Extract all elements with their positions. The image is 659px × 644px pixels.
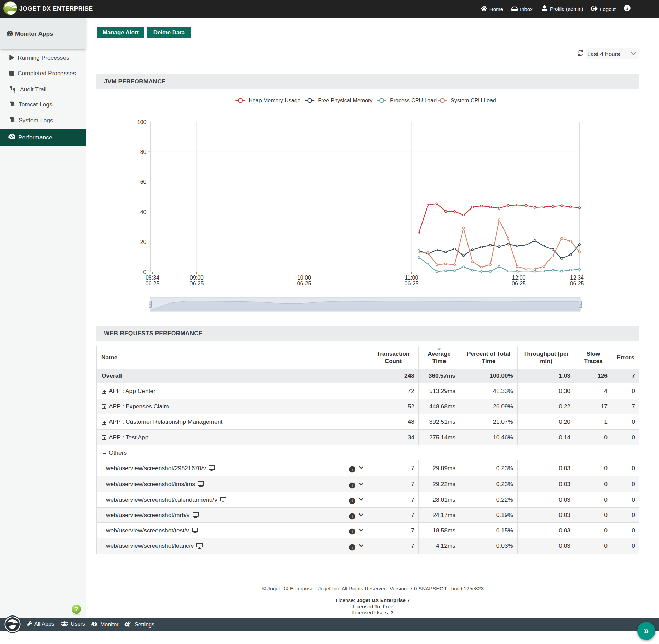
svg-text:60: 60 [140,179,147,185]
svg-text:09:00: 09:00 [190,275,204,281]
svg-text:06-25: 06-25 [297,281,311,286]
svg-text:20: 20 [140,239,147,245]
svg-text:06-25: 06-25 [405,281,419,286]
svg-text:12:00: 12:00 [512,275,525,281]
svg-text:11:00: 11:00 [405,275,418,281]
svg-text:Process CPU Load: Process CPU Load [390,98,437,103]
svg-text:06-25: 06-25 [146,281,160,286]
svg-text:12:34: 12:34 [570,275,584,281]
svg-text:06-25: 06-25 [570,281,584,286]
svg-text:10:00: 10:00 [297,275,311,281]
svg-text:06-25: 06-25 [190,281,204,286]
svg-text:Free Physical Memory: Free Physical Memory [318,98,372,103]
svg-text:0: 0 [143,269,147,275]
svg-text:40: 40 [140,209,147,215]
svg-text:80: 80 [140,149,147,155]
svg-text:System CPU Load: System CPU Load [451,98,496,103]
svg-text:100: 100 [137,119,147,125]
svg-text:08:34: 08:34 [146,275,159,281]
svg-text:Heap Memory Usage: Heap Memory Usage [248,98,300,103]
svg-text:?: ? [74,606,78,613]
svg-text:06-25: 06-25 [512,281,526,286]
